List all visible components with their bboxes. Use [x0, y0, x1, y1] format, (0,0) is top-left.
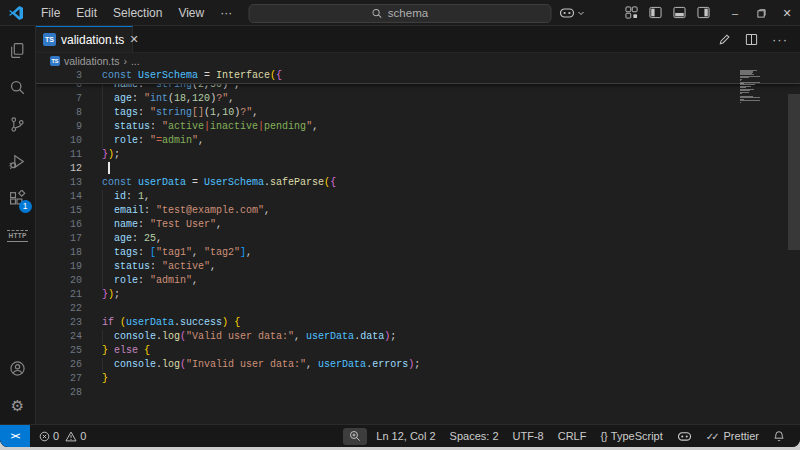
line-number: 21: [36, 288, 82, 302]
code-line[interactable]: 7 age: "int(18,120)?",: [36, 92, 800, 106]
command-center-search[interactable]: schema: [249, 4, 552, 23]
source-control-icon[interactable]: [0, 106, 36, 143]
double-check-icon: ✓✓: [706, 431, 717, 442]
vertical-scrollbar[interactable]: [788, 94, 800, 250]
minimize-button[interactable]: –: [722, 0, 748, 26]
code-line[interactable]: 14 id: 1,: [36, 190, 800, 204]
line-number: 14: [36, 190, 82, 204]
code-line[interactable]: 22: [36, 302, 800, 316]
activity-bar: 1 HTTP ⚙: [0, 26, 36, 424]
settings-gear-icon[interactable]: ⚙: [0, 387, 36, 424]
customize-layout-icon[interactable]: [625, 6, 638, 19]
sticky-scroll-line[interactable]: 3const UserSchema = Interface({: [36, 68, 800, 84]
code-line[interactable]: 28: [36, 386, 800, 400]
tab-validation-ts[interactable]: TS validation.ts ✕: [36, 26, 133, 52]
code-line[interactable]: 13const userData = UserSchema.safeParse(…: [36, 176, 800, 190]
code-line[interactable]: 11});: [36, 148, 800, 162]
menu-selection[interactable]: Selection: [105, 3, 170, 23]
minimap[interactable]: [740, 70, 762, 105]
code-line[interactable]: 23if (userData.success) {: [36, 316, 800, 330]
formatter-status[interactable]: ✓✓ Prettier: [701, 430, 764, 442]
remote-indicator[interactable]: ><: [0, 425, 30, 448]
code-line[interactable]: 16 name: "Test User",: [36, 218, 800, 232]
maximize-button[interactable]: [748, 0, 774, 26]
code-line[interactable]: 15 email: "test@example.com",: [36, 204, 800, 218]
code-line[interactable]: 18 tags: ["tag1", "tag2"],: [36, 246, 800, 260]
line-number: 7: [36, 92, 82, 106]
warning-icon: [65, 431, 77, 442]
code-editor[interactable]: 3const UserSchema = Interface({ 6 name: …: [36, 68, 800, 424]
copilot-status[interactable]: [672, 430, 697, 442]
status-bar: >< 0 0 Ln 12, Col 2 Spaces: 2 UTF-8 CRLF…: [0, 424, 800, 447]
copilot-menu[interactable]: [559, 6, 585, 19]
explorer-icon[interactable]: [0, 32, 36, 69]
vscode-logo-icon: [8, 5, 24, 21]
code-line[interactable]: 24 console.log("Valid user data:", userD…: [36, 330, 800, 344]
code-line[interactable]: 20 role: "admin",: [36, 274, 800, 288]
line-number: 12: [36, 162, 82, 176]
code-line[interactable]: 17 age: 25,: [36, 232, 800, 246]
zoom-in-icon: [349, 430, 361, 442]
line-number: 28: [36, 386, 82, 400]
line-number: 17: [36, 232, 82, 246]
notifications-bell[interactable]: [768, 430, 790, 443]
language-mode-status[interactable]: {} TypeScript: [595, 430, 667, 442]
code-line[interactable]: 10 role: "=admin",: [36, 134, 800, 148]
problems-status[interactable]: 0 0: [34, 425, 91, 447]
menu-view[interactable]: View: [170, 3, 212, 23]
http-client-icon[interactable]: HTTP: [0, 217, 36, 254]
line-number: 8: [36, 106, 82, 120]
menu-edit[interactable]: Edit: [68, 3, 105, 23]
line-number: 10: [36, 134, 82, 148]
toggle-secondary-sidebar-icon[interactable]: [697, 6, 710, 19]
text-cursor: [108, 162, 110, 174]
line-number: 20: [36, 274, 82, 288]
search-icon: [372, 8, 383, 19]
line-number: 22: [36, 302, 82, 316]
cursor-position-status[interactable]: Ln 12, Col 2: [371, 430, 440, 442]
bell-icon: [773, 430, 785, 443]
toggle-panel-icon[interactable]: [673, 6, 686, 19]
typescript-file-icon: TS: [43, 33, 56, 46]
menu-more[interactable]: ···: [212, 3, 240, 23]
line-number: 25: [36, 344, 82, 358]
braces-icon: {}: [600, 430, 607, 442]
code-line[interactable]: 27}: [36, 372, 800, 386]
copilot-icon: [677, 430, 692, 442]
line-number: 24: [36, 330, 82, 344]
pencil-edit-icon[interactable]: [718, 33, 731, 46]
breadcrumb[interactable]: TS validation.ts › ...: [36, 53, 800, 68]
title-bar: File Edit Selection View ··· ← → schema: [0, 0, 800, 26]
code-line[interactable]: 21});: [36, 288, 800, 302]
run-debug-icon[interactable]: [0, 143, 36, 180]
code-line[interactable]: 8 tags: "string[](1,10)?",: [36, 106, 800, 120]
code-line[interactable]: 26 console.log("Invalid user data:", use…: [36, 358, 800, 372]
close-button[interactable]: ✕: [774, 0, 800, 26]
code-line[interactable]: 9 status: "active|inactive|pending",: [36, 120, 800, 134]
line-number: 19: [36, 260, 82, 274]
indentation-status[interactable]: Spaces: 2: [445, 430, 504, 442]
tab-close-icon[interactable]: ✕: [129, 33, 138, 46]
line-number: 13: [36, 176, 82, 190]
code-line[interactable]: 12: [36, 162, 800, 176]
breadcrumb-symbol[interactable]: ...: [131, 55, 140, 67]
extensions-icon[interactable]: 1: [0, 180, 36, 217]
copilot-icon: [559, 6, 575, 19]
menu-file[interactable]: File: [33, 3, 68, 23]
eol-status[interactable]: CRLF: [553, 430, 592, 442]
search-sidebar-icon[interactable]: [0, 69, 36, 106]
more-actions-icon[interactable]: ···: [772, 32, 788, 47]
code-line[interactable]: 3const UserSchema = Interface({: [36, 69, 800, 83]
code-line[interactable]: 6 name: "string(2,50)",: [36, 84, 800, 92]
tab-bar: TS validation.ts ✕ ···: [36, 26, 800, 53]
zoom-status[interactable]: [343, 428, 367, 445]
account-icon[interactable]: [0, 350, 36, 387]
encoding-status[interactable]: UTF-8: [508, 430, 549, 442]
search-value: schema: [388, 7, 428, 19]
breadcrumb-file[interactable]: validation.ts: [64, 55, 119, 67]
line-number: 26: [36, 358, 82, 372]
split-editor-icon[interactable]: [745, 33, 758, 46]
code-line[interactable]: 19 status: "active",: [36, 260, 800, 274]
code-line[interactable]: 25} else {: [36, 344, 800, 358]
toggle-sidebar-icon[interactable]: [649, 6, 662, 19]
